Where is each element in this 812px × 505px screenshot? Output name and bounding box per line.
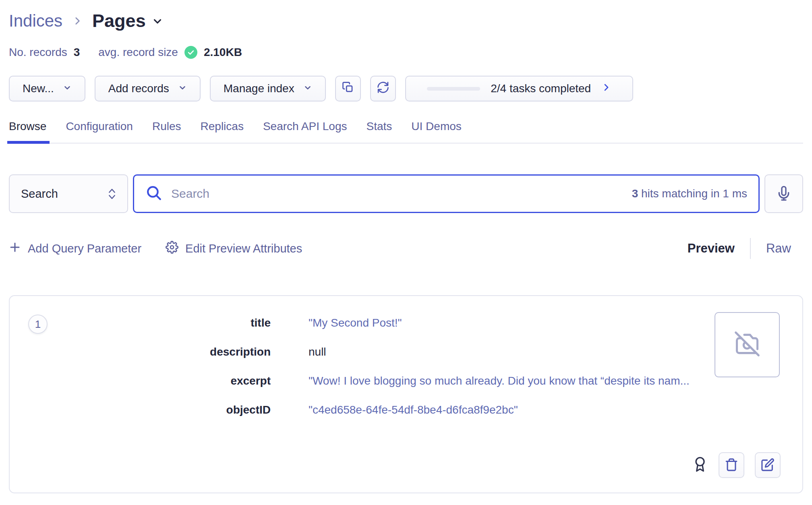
add-query-parameter-button[interactable]: Add Query Parameter — [9, 241, 141, 256]
field-key: description — [10, 345, 271, 359]
tab-rules[interactable]: Rules — [152, 120, 181, 133]
search-row: Search 3 hits matching in 1 ms — [9, 174, 803, 213]
refresh-button[interactable] — [370, 76, 396, 101]
copy-icon — [342, 81, 354, 96]
field-value: "c4ed658e-64fe-54df-8be4-d6fca8f9e2bc" — [309, 403, 518, 417]
delete-record-button[interactable] — [719, 452, 744, 478]
edit-preview-attributes-label: Edit Preview Attributes — [185, 242, 302, 255]
select-chevrons-icon — [108, 188, 116, 200]
tab-ui-demos[interactable]: UI Demos — [411, 120, 461, 133]
add-query-parameter-label: Add Query Parameter — [28, 242, 141, 255]
toolbar: New... Add records Manage index — [9, 76, 803, 101]
records-count-value: 3 — [74, 46, 80, 59]
search-input[interactable] — [171, 187, 623, 201]
tab-replicas[interactable]: Replicas — [201, 120, 244, 133]
camera-off-icon — [733, 330, 761, 359]
edit-record-button[interactable] — [755, 452, 781, 478]
field-row-excerpt: excerpt "Wow! I love blogging so much al… — [10, 374, 710, 388]
record-actions — [692, 452, 781, 478]
query-controls-row: Add Query Parameter Edit Preview Attribu… — [9, 238, 803, 259]
field-key: excerpt — [10, 374, 271, 388]
field-value: "Wow! I love blogging so much already. D… — [309, 374, 690, 388]
records-count-label: No. records — [9, 46, 67, 59]
add-records-dropdown-button[interactable]: Add records — [95, 76, 201, 101]
preview-mode-button[interactable]: Preview — [688, 241, 735, 256]
award-ribbon-icon — [692, 456, 708, 474]
trash-icon — [725, 458, 738, 473]
chevron-down-icon — [303, 82, 312, 95]
record-fields: title "My Second Post!" description null… — [10, 316, 710, 432]
tab-search-api-logs[interactable]: Search API Logs — [263, 120, 347, 133]
voice-search-button[interactable] — [764, 174, 803, 213]
chevron-down-icon — [63, 82, 72, 95]
index-name: Pages — [92, 10, 146, 31]
check-circle-icon — [184, 46, 197, 59]
record-card: 1 title "My Second Post!" description nu… — [9, 295, 803, 493]
record-size-label: avg. record size — [98, 46, 178, 59]
index-stats: No. records 3 avg. record size 2.10KB — [9, 46, 803, 59]
manage-index-dropdown-button[interactable]: Manage index — [210, 76, 326, 101]
field-row-objectid: objectID "c4ed658e-64fe-54df-8be4-d6fca8… — [10, 403, 710, 417]
chevron-down-icon — [151, 13, 164, 29]
gear-icon — [166, 241, 178, 257]
tab-configuration[interactable]: Configuration — [66, 120, 133, 133]
tasks-progress-button[interactable]: 2/4 tasks completed — [405, 76, 633, 101]
search-hits-status: 3 hits matching in 1 ms — [632, 187, 747, 200]
new-dropdown-button[interactable]: New... — [9, 76, 85, 101]
tab-stats[interactable]: Stats — [367, 120, 392, 133]
new-button-label: New... — [23, 82, 54, 95]
breadcrumb-indices-link[interactable]: Indices — [9, 11, 62, 31]
raw-mode-button[interactable]: Raw — [766, 241, 791, 256]
breadcrumb: Indices Pages — [9, 0, 803, 31]
pin-record-button[interactable] — [692, 456, 708, 474]
chevron-down-icon — [178, 82, 187, 95]
field-row-description: description null — [10, 345, 710, 359]
record-size-value: 2.10KB — [204, 46, 242, 59]
tasks-progress-label: 2/4 tasks completed — [491, 82, 591, 95]
view-mode-toggle: Preview Raw — [688, 238, 803, 259]
search-box: 3 hits matching in 1 ms — [133, 174, 760, 213]
index-name-dropdown[interactable]: Pages — [92, 10, 164, 31]
hits-text: hits matching in 1 ms — [641, 187, 747, 200]
index-tabs: Browse Configuration Rules Replicas Sear… — [9, 120, 803, 144]
plus-icon — [9, 241, 21, 256]
copy-index-button[interactable] — [335, 76, 361, 101]
field-value: "My Second Post!" — [309, 316, 402, 330]
field-key: title — [10, 316, 271, 330]
chevron-right-icon — [72, 16, 83, 26]
add-records-label: Add records — [108, 82, 169, 95]
field-key: objectID — [10, 403, 271, 417]
microphone-icon — [776, 185, 792, 203]
search-scope-value: Search — [21, 187, 58, 201]
manage-index-label: Manage index — [224, 82, 294, 95]
divider — [750, 238, 751, 259]
hits-count: 3 — [632, 187, 638, 200]
field-row-title: title "My Second Post!" — [10, 316, 710, 330]
refresh-icon — [377, 81, 389, 96]
edit-pencil-icon — [761, 458, 775, 473]
chevron-right-icon — [601, 82, 611, 95]
field-value: null — [309, 345, 326, 359]
record-image-placeholder — [715, 312, 780, 377]
tab-browse[interactable]: Browse — [9, 120, 46, 133]
edit-preview-attributes-button[interactable]: Edit Preview Attributes — [166, 241, 302, 257]
search-icon — [145, 184, 162, 203]
index-browse-page: Indices Pages No. records 3 avg. record … — [0, 0, 812, 493]
query-actions: Add Query Parameter Edit Preview Attribu… — [9, 241, 302, 257]
search-scope-select[interactable]: Search — [9, 174, 128, 213]
tasks-progress-bar — [427, 87, 480, 91]
